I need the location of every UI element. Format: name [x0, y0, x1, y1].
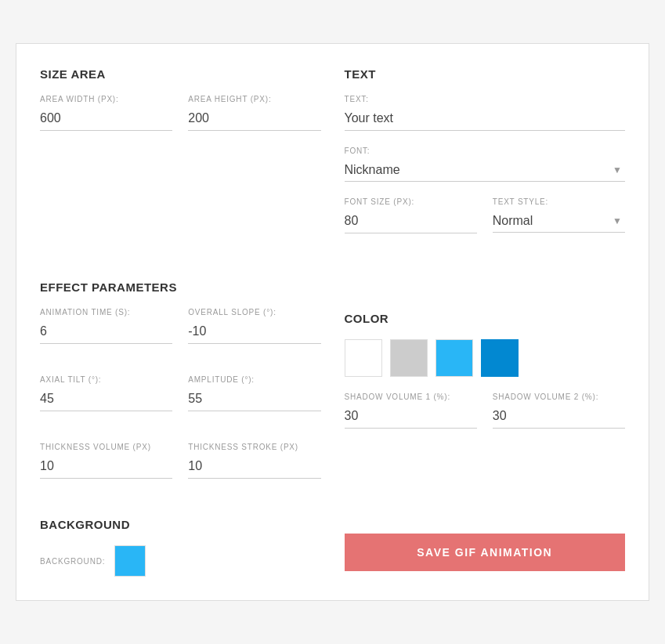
background-label: BACKGROUND:	[40, 557, 105, 566]
save-gif-button[interactable]: SAVE GIF ANIMATION	[345, 534, 626, 571]
color-swatches	[345, 339, 626, 377]
color-swatch-darkblue[interactable]	[481, 339, 519, 377]
color-swatch-gray[interactable]	[390, 339, 428, 377]
effect-parameters-section: EFFECT PARAMETERS ANIMATION TIME (S): OV…	[40, 280, 321, 510]
shadow-vol2-label: SHADOW VOLUME 2 (%):	[493, 393, 625, 401]
thickness-stroke-input[interactable]	[188, 454, 320, 479]
color-section: COLOR SHADOW VOLUME 1 (%): SHADOW VOLUME…	[345, 280, 626, 510]
thickness-volume-input[interactable]	[40, 454, 172, 479]
area-width-input[interactable]	[40, 107, 172, 131]
text-title: TEXT	[345, 67, 626, 81]
overall-slope-input[interactable]	[188, 320, 320, 344]
background-section: BACKGROUND BACKGROUND:	[40, 518, 321, 577]
text-style-select[interactable]: Normal Bold Italic Bold Italic	[493, 209, 625, 233]
area-height-input[interactable]	[188, 107, 320, 131]
font-size-input[interactable]	[345, 209, 477, 233]
color-title: COLOR	[345, 312, 626, 325]
size-area-title: SIZE AREA	[40, 67, 321, 81]
shadow-vol2-input[interactable]	[493, 404, 625, 429]
text-label: TEXT:	[345, 95, 626, 103]
color-swatch-lightblue[interactable]	[436, 339, 473, 377]
area-width-label: AREA WIDTH (PX):	[40, 95, 172, 103]
text-input[interactable]	[345, 107, 626, 131]
font-label: FONT:	[345, 147, 626, 155]
anim-time-label: ANIMATION TIME (S):	[40, 308, 172, 317]
shadow-vol1-label: SHADOW VOLUME 1 (%):	[345, 393, 477, 401]
effect-parameters-title: EFFECT PARAMETERS	[40, 280, 321, 294]
area-height-label: AREA HEIGHT (PX):	[188, 95, 320, 103]
axial-tilt-input[interactable]	[40, 387, 172, 411]
background-color-swatch[interactable]	[114, 545, 146, 577]
font-size-label: FONT SIZE (PX):	[345, 197, 477, 206]
shadow-vol1-input[interactable]	[345, 404, 477, 429]
thickness-stroke-label: THICKNESS STROKE (PX)	[188, 443, 320, 451]
font-select[interactable]: Nickname Arial Times New Roman Courier	[345, 158, 626, 182]
overall-slope-label: OVERALL SLOPE (°):	[188, 308, 320, 317]
background-title: BACKGROUND	[40, 518, 321, 531]
thickness-volume-label: THICKNESS VOLUME (PX)	[40, 443, 172, 451]
text-section: TEXT TEXT: FONT: Nickname Arial Times Ne…	[345, 67, 626, 265]
anim-time-input[interactable]	[40, 320, 172, 344]
amplitude-label: AMPLITUDE (°):	[188, 375, 320, 384]
color-swatch-white[interactable]	[345, 339, 382, 377]
size-area-section: SIZE AREA AREA WIDTH (PX): AREA HEIGHT (…	[40, 67, 321, 265]
amplitude-input[interactable]	[188, 387, 320, 411]
text-style-label: TEXT STYLE:	[493, 197, 625, 206]
save-section: SAVE GIF ANIMATION	[345, 518, 626, 577]
axial-tilt-label: AXIAL TILT (°):	[40, 375, 172, 384]
